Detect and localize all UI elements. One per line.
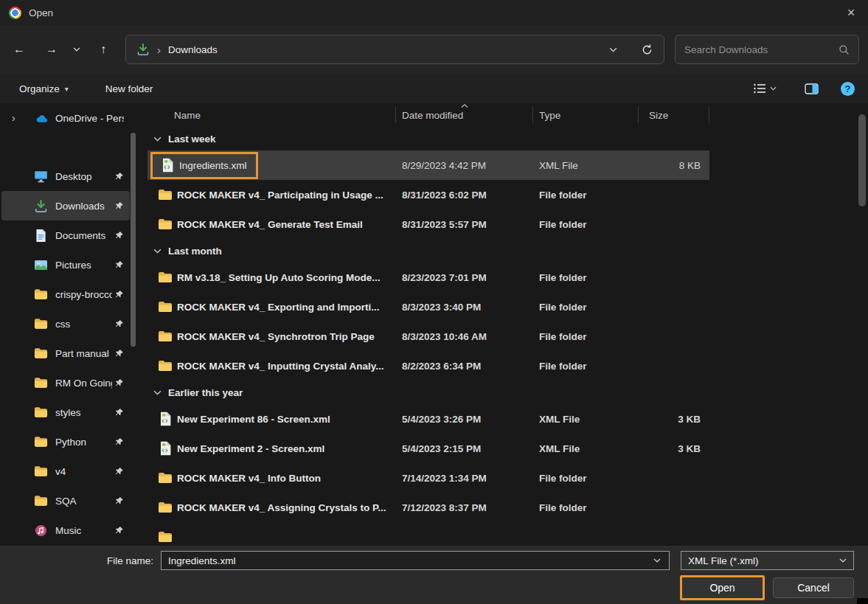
file-row-new-experiment-2-screen-xml[interactable]: New Experiment 2 - Screen.xml5/4/2023 2:… bbox=[147, 434, 709, 463]
column-header-name[interactable]: Name bbox=[147, 107, 396, 123]
folder-icon bbox=[158, 217, 173, 232]
column-header-date-modified[interactable]: Date modified bbox=[396, 107, 533, 123]
back-arrow-icon: ← bbox=[13, 43, 25, 56]
pin-icon bbox=[115, 172, 124, 181]
address-dropdown-button[interactable] bbox=[609, 47, 617, 52]
pictures-icon bbox=[34, 258, 48, 272]
name-wrap: ROCK MAKER v4_ Synchrotron Trip Page bbox=[147, 322, 375, 351]
file-row-ingredients-xml[interactable]: Ingredients.xml8/29/2023 4:42 PMXML File… bbox=[147, 150, 709, 180]
up-button[interactable]: ↑ bbox=[93, 39, 114, 60]
file-name-input[interactable] bbox=[161, 551, 670, 570]
file-name-dropdown-icon[interactable] bbox=[653, 558, 661, 563]
search-input[interactable] bbox=[684, 44, 839, 55]
file-size bbox=[639, 180, 709, 209]
sidebar-item-python[interactable]: Python bbox=[1, 427, 130, 457]
file-date: 7/14/2023 1:34 PM bbox=[396, 463, 533, 493]
open-button[interactable]: Open bbox=[682, 577, 763, 598]
file-type-select[interactable]: XML File (*.xml) bbox=[681, 551, 854, 570]
help-button[interactable]: ? bbox=[841, 82, 855, 96]
file-name: ROCK MAKER v4_ Participating in Usage ..… bbox=[177, 190, 383, 201]
new-folder-button[interactable]: New folder bbox=[100, 80, 159, 98]
file-size bbox=[639, 522, 709, 546]
preview-pane-icon bbox=[805, 83, 819, 94]
sidebar-item-rm-on-going[interactable]: RM On Going bbox=[1, 368, 130, 398]
pin-icon bbox=[115, 437, 124, 446]
file-list-scrollbar[interactable] bbox=[858, 114, 866, 206]
file-name-cell: ROCK MAKER v4_ Assigning Crystals to P..… bbox=[147, 493, 396, 522]
file-type: File folder bbox=[533, 180, 639, 209]
group-header-last-week[interactable]: Last week bbox=[147, 127, 868, 150]
preview-pane-button[interactable] bbox=[799, 80, 824, 98]
file-row-rock-maker-v4-generate-test-email[interactable]: ROCK MAKER v4_ Generate Test Email8/31/2… bbox=[147, 209, 709, 239]
file-size bbox=[639, 463, 709, 493]
file-name-cell bbox=[147, 522, 396, 546]
file-name: New Experiment 86 - Screen.xml bbox=[177, 414, 330, 425]
search-box bbox=[675, 35, 859, 64]
sidebar-item-onedrive-perso[interactable]: ›OneDrive - Perso bbox=[1, 103, 130, 133]
file-name: ROCK MAKER v4_ Assigning Crystals to P..… bbox=[177, 502, 386, 513]
file-row-rock-maker-v4-participating-in-usage[interactable]: ROCK MAKER v4_ Participating in Usage ..… bbox=[147, 180, 709, 209]
file-row-rock-maker-v4-assigning-crystals-to-p[interactable]: ROCK MAKER v4_ Assigning Crystals to P..… bbox=[147, 493, 709, 522]
name-wrap: ROCK MAKER v4_ Exporting and Importi... bbox=[147, 292, 380, 322]
view-mode-button[interactable] bbox=[747, 79, 782, 98]
desktop-icon bbox=[34, 170, 48, 184]
group-header-last-month[interactable]: Last month bbox=[147, 239, 868, 263]
file-name-cell: New Experiment 86 - Screen.xml bbox=[147, 404, 396, 434]
close-button[interactable]: × bbox=[834, 0, 868, 25]
file-size bbox=[639, 292, 709, 322]
file-type: File folder bbox=[533, 351, 639, 381]
up-arrow-icon: ↑ bbox=[100, 43, 106, 56]
sidebar-item-label: Pictures bbox=[55, 260, 112, 271]
xml-file-icon bbox=[158, 412, 173, 426]
file-row-rock-maker-v4-inputting-crystal-analy[interactable]: ROCK MAKER v4_ Inputting Crystal Analy..… bbox=[147, 351, 709, 381]
documents-icon bbox=[34, 229, 48, 243]
back-button[interactable]: ← bbox=[9, 39, 29, 60]
file-row-rock-maker-v4-info-button[interactable]: ROCK MAKER v4_ Info Button7/14/2023 1:34… bbox=[147, 463, 709, 493]
pin-icon bbox=[115, 496, 124, 505]
file-type: File folder bbox=[533, 209, 639, 239]
sidebar-item-sqa[interactable]: SQA bbox=[1, 486, 130, 516]
recent-locations-button[interactable] bbox=[69, 39, 84, 60]
group-header-earlier-this-year[interactable]: Earlier this year bbox=[147, 381, 868, 404]
sidebar-item-music[interactable]: Music bbox=[1, 516, 130, 545]
organize-button[interactable]: Organize ▾ bbox=[13, 80, 74, 98]
folder-icon bbox=[158, 187, 173, 202]
file-row-partial[interactable] bbox=[147, 522, 709, 546]
file-date: 8/3/2023 10:46 AM bbox=[396, 322, 533, 351]
sidebar-item-v4[interactable]: v4 bbox=[1, 457, 130, 486]
refresh-button[interactable] bbox=[641, 44, 653, 56]
folder-icon bbox=[34, 406, 48, 420]
address-bar[interactable]: › Downloads bbox=[125, 35, 664, 64]
sidebar-item-part-manual-i[interactable]: Part manual I bbox=[1, 339, 130, 368]
file-name-cell: ROCK MAKER v4_ Exporting and Importi... bbox=[147, 292, 396, 322]
sidebar-item-pictures[interactable]: Pictures bbox=[1, 250, 130, 280]
column-header-size[interactable]: Size bbox=[639, 107, 709, 123]
cancel-button[interactable]: Cancel bbox=[773, 577, 854, 598]
sidebar-item-styles[interactable]: styles bbox=[1, 398, 130, 427]
sidebar-item-label: OneDrive - Perso bbox=[55, 113, 124, 124]
column-header-type[interactable]: Type bbox=[533, 107, 639, 123]
sidebar-item-desktop[interactable]: Desktop bbox=[1, 162, 130, 191]
file-name: ROCK MAKER v4_ Exporting and Importi... bbox=[177, 302, 380, 313]
sidebar-item-label: v4 bbox=[55, 466, 112, 477]
pin-icon bbox=[115, 408, 124, 417]
sidebar-item-documents[interactable]: Documents bbox=[1, 221, 130, 250]
name-wrap: ROCK MAKER v4_ Generate Test Email bbox=[147, 209, 363, 239]
sidebar-item-label: crispy-brocco bbox=[55, 289, 112, 300]
file-row-rock-maker-v4-synchrotron-trip-page[interactable]: ROCK MAKER v4_ Synchrotron Trip Page8/3/… bbox=[147, 322, 709, 351]
file-row-new-experiment-86-screen-xml[interactable]: New Experiment 86 - Screen.xml5/4/2023 3… bbox=[147, 404, 709, 434]
sidebar-section-gap bbox=[0, 133, 147, 162]
forward-button[interactable]: → bbox=[41, 39, 62, 60]
sidebar-item-label: styles bbox=[55, 407, 112, 418]
question-mark-icon: ? bbox=[845, 83, 851, 94]
sidebar-scrollbar[interactable] bbox=[131, 133, 136, 347]
sidebar-item-crispy-brocco[interactable]: crispy-brocco bbox=[1, 280, 130, 309]
expand-chevron-icon[interactable]: › bbox=[12, 112, 15, 124]
music-icon bbox=[34, 524, 48, 538]
breadcrumb-item-downloads[interactable]: Downloads bbox=[168, 44, 218, 55]
sidebar-item-downloads[interactable]: Downloads bbox=[1, 191, 130, 221]
pin-icon bbox=[115, 231, 124, 240]
file-row-rock-maker-v4-exporting-and-importi[interactable]: ROCK MAKER v4_ Exporting and Importi...8… bbox=[147, 292, 709, 322]
file-row-rm-v3-18-setting-up-auto-scoring-mode[interactable]: RM v3.18_ Setting Up Auto Scoring Mode..… bbox=[147, 263, 709, 292]
sidebar-item-css[interactable]: css bbox=[1, 309, 130, 339]
